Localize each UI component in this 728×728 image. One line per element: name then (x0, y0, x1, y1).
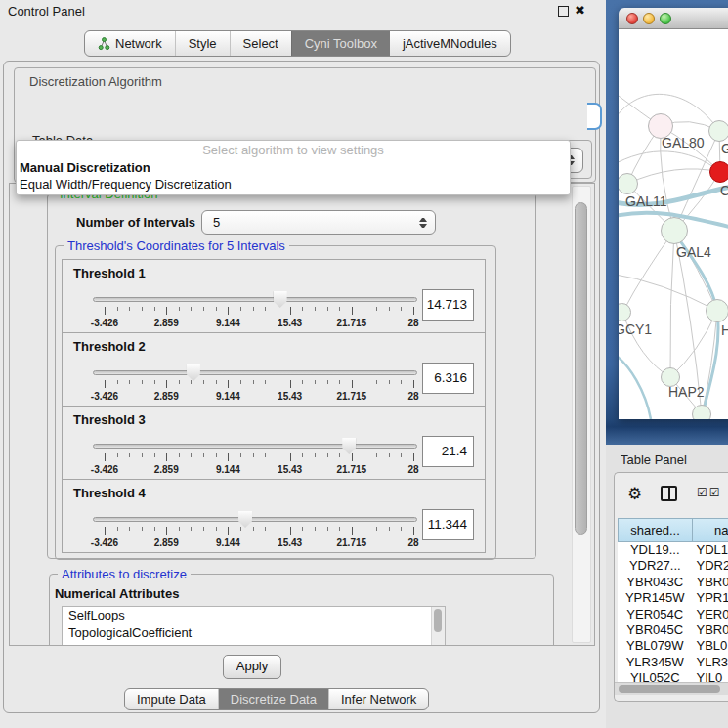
gear-icon[interactable]: ⚙ (627, 484, 642, 503)
node-label-c-partial: C (720, 183, 728, 198)
slider-ticks (105, 453, 413, 463)
table-panel: Table Panel ⚙ ☑☑ shared... na YDL19...YD… (606, 445, 728, 728)
scrollbar-thumb[interactable] (575, 202, 587, 535)
control-panel-titlebar: Control Panel ✖ (0, 0, 606, 21)
table-body: YDL19...YDL1 YDR27...YDR2 YBR043CYBR0 YP… (618, 542, 728, 682)
combo-spinner-icon (419, 215, 427, 231)
slider-track (93, 297, 417, 302)
slider-track (93, 444, 417, 449)
number-of-intervals-label: Number of Intervals (76, 215, 195, 230)
float-window-icon[interactable] (558, 6, 569, 17)
popup-prompt: Select algorithm to view settings (17, 141, 570, 159)
threshold-1-slider[interactable]: -3.4262.8599.14415.4321.71528 (93, 292, 417, 331)
settings-vertical-scrollbar[interactable] (572, 186, 591, 643)
threshold-3-box: Threshold 3 -3.4262.8599.14415.4321.7152… (62, 406, 486, 480)
interval-definition-group: Interval Definition Number of Intervals … (47, 193, 536, 559)
settings-scroll-panel: Interval Definition Number of Intervals … (9, 183, 595, 646)
tab-discretize-data[interactable]: Discretize Data (218, 689, 328, 709)
close-traffic-light-icon[interactable] (626, 13, 638, 24)
node-label-hap2: HAP2 (668, 384, 705, 400)
threshold-1-box: Threshold 1 -3.4262.8599.14415.4321.7152… (62, 259, 486, 333)
desktop-background: GAL80 G. C GAL11 GAL4 GCY1 H HAP2 (606, 0, 728, 445)
tab-network-label: Network (115, 31, 162, 56)
threshold-list: Threshold 1 -3.4262.8599.14415.4321.7152… (56, 259, 495, 553)
threshold-1-value-field[interactable]: 14.713 (422, 289, 474, 321)
table-row[interactable]: YBR045CYBR0 (618, 622, 728, 638)
tab-infer-network[interactable]: Infer Network (328, 689, 428, 709)
slider-thumb[interactable] (238, 511, 252, 528)
table-row[interactable]: YER054CYER0 (618, 607, 728, 622)
slider-thumb[interactable] (274, 291, 287, 308)
control-panel-title: Control Panel (8, 4, 85, 19)
tab-select[interactable]: Select (230, 31, 291, 56)
table-panel-title: Table Panel (621, 452, 687, 467)
threshold-3-value-field[interactable]: 21.4 (422, 436, 474, 467)
column-header-shared-name[interactable]: shared... (618, 518, 693, 542)
slider-thumb[interactable] (187, 364, 200, 381)
slider-ticks (105, 527, 413, 536)
control-panel-tabs: Network Style Select Cyni Toolbox jActiv… (84, 30, 511, 57)
table-header-row: shared... na (618, 518, 728, 542)
popup-option-manual-discretization[interactable]: Manual Discretization (17, 159, 570, 176)
list-item-topologicalcoefficient[interactable]: TopologicalCoefficient (63, 624, 445, 642)
cyni-toolbox-panel: Discretization Algorithm Table Data galF… (3, 61, 600, 713)
network-node-top-right[interactable] (708, 120, 728, 142)
network-node-selected-red[interactable] (709, 161, 728, 183)
scrollbar-thumb[interactable] (434, 609, 442, 632)
tab-cyni-toolbox[interactable]: Cyni Toolbox (291, 31, 390, 56)
threshold-4-label: Threshold 4 (73, 486, 146, 500)
node-label-gal4: GAL4 (676, 244, 711, 260)
table-row[interactable]: YIL052CYIL0 (618, 670, 728, 682)
threshold-3-slider[interactable]: -3.4262.8599.14415.4321.71528 (93, 439, 417, 478)
network-node-right-h[interactable] (706, 299, 728, 322)
slider-ticks (105, 380, 413, 390)
slider-ticks (105, 307, 413, 317)
threshold-2-value-field[interactable]: 6.316 (422, 363, 474, 394)
column-header-name[interactable]: na (693, 518, 728, 542)
threshold-4-slider[interactable]: -3.4262.8599.14415.4321.71528 (93, 512, 417, 551)
tab-impute-data[interactable]: Impute Data (125, 689, 218, 709)
attributes-to-discretize-label: Attributes to discretize (58, 567, 191, 581)
split-columns-icon[interactable] (661, 486, 677, 501)
zoom-traffic-light-icon[interactable] (660, 13, 671, 24)
network-window-titlebar[interactable] (619, 8, 728, 29)
algorithm-combobox-edge[interactable] (587, 103, 602, 130)
number-of-intervals-value: 5 (213, 215, 220, 230)
numerical-attributes-list: SelfLoops TopologicalCoefficient Between… (62, 606, 446, 646)
network-node-gal4[interactable] (661, 217, 688, 244)
node-label-g-partial: G. (721, 141, 728, 156)
table-row[interactable]: YBR043CYBR0 (618, 575, 728, 590)
minimize-traffic-light-icon[interactable] (643, 13, 655, 24)
popup-option-equal-width-frequency[interactable]: Equal Width/Frequency Discretization (17, 176, 570, 193)
tab-style[interactable]: Style (175, 31, 230, 56)
algorithm-dropdown-popup: Select algorithm to view settings Manual… (16, 140, 571, 195)
slider-tick-labels: -3.4262.8599.14415.4321.71528 (105, 318, 413, 329)
table-row[interactable]: YBL079WYBL0 (618, 638, 728, 654)
tab-network[interactable]: Network (85, 31, 175, 56)
network-node-bottom-partial[interactable] (692, 405, 711, 419)
attributes-scrollbar[interactable] (431, 607, 445, 645)
threshold-4-value-field[interactable]: 11.344 (422, 509, 474, 540)
table-row[interactable]: YLR345WYLR3 (618, 655, 728, 670)
list-item-betweennesscentrality[interactable]: BetweennessCentrality (63, 641, 445, 646)
table-row[interactable]: YDR27...YDR2 (618, 558, 728, 574)
node-label-gal80: GAL80 (662, 135, 705, 150)
threshold-2-label: Threshold 2 (73, 339, 146, 354)
table-horizontal-scrollbar[interactable] (615, 682, 728, 695)
checkbox-icons[interactable]: ☑☑ (697, 486, 722, 499)
table-row[interactable]: YPR145WYPR1 (618, 590, 728, 606)
table-browser: ⚙ ☑☑ shared... na YDL19...YDL1 YDR27...Y… (614, 472, 728, 702)
number-of-intervals-combobox[interactable]: 5 (201, 210, 436, 235)
network-canvas[interactable]: GAL80 G. C GAL11 GAL4 GCY1 H HAP2 (619, 29, 728, 419)
discretization-algorithm-label: Discretization Algorithm (29, 74, 162, 89)
close-icon[interactable]: ✖ (575, 2, 585, 20)
table-row[interactable]: YDL19...YDL1 (618, 542, 728, 558)
threshold-coordinates-group: Threshold's Coordinates for 5 Intervals … (55, 245, 496, 560)
list-item-selfloops[interactable]: SelfLoops (63, 607, 445, 624)
tab-jactivemnodules[interactable]: jActiveMNodules (390, 31, 510, 56)
apply-button[interactable]: Apply (223, 655, 281, 679)
node-label-gcy1: GCY1 (619, 321, 652, 337)
threshold-2-slider[interactable]: -3.4262.8599.14415.4321.71528 (93, 365, 417, 405)
scrollbar-thumb[interactable] (619, 685, 720, 693)
slider-thumb[interactable] (342, 438, 356, 454)
